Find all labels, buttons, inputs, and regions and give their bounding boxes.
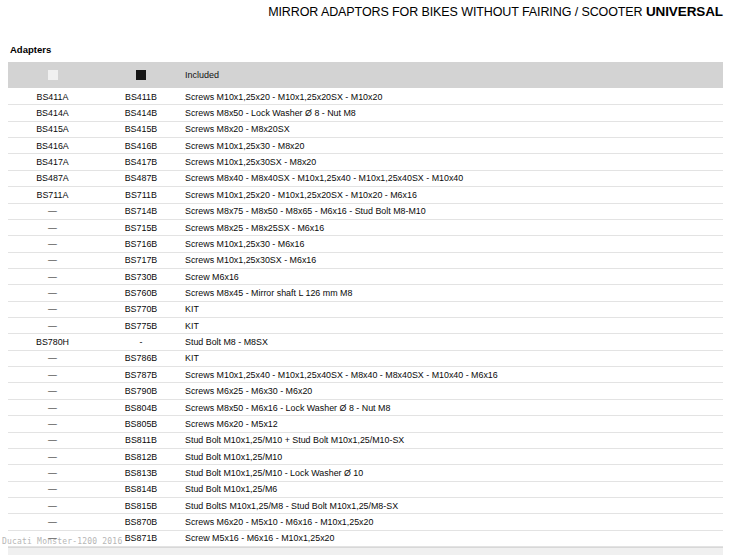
table-row: —BS714BScrews M8x75 - M8x50 - M8x65 - M6…: [8, 204, 723, 220]
table-row: BS417ABS417BScrews M10x1,25x30SX - M8x20: [8, 154, 723, 170]
included-parts: Screws M8x50 - M6x16 - Lock Washer Ø 8 -…: [185, 403, 723, 413]
included-parts: Screws M10x1,25x20 - M10x1,25x20SX - M10…: [185, 92, 723, 102]
adapter-code-b: BS760B: [97, 288, 185, 298]
included-parts: Screws M10x1,25x30 - M6x16: [185, 239, 723, 249]
included-parts: Stud Bolt M10x1,25/M10: [185, 452, 723, 462]
included-parts: Screws M6x20 - M5x12: [185, 419, 723, 429]
adapter-code-a: —: [8, 517, 97, 527]
included-parts: Screws M8x75 - M8x50 - M8x65 - M6x16 - S…: [185, 206, 723, 216]
included-parts: Screws M6x20 - M5x10 - M6x16 - M10x1,25x…: [185, 517, 723, 527]
adapter-code-b: BS775B: [97, 321, 185, 331]
table-row: —BS790BScrews M6x25 - M6x30 - M6x20: [8, 383, 723, 399]
included-parts: KIT: [185, 304, 723, 314]
adapter-code-a: BS416A: [8, 141, 97, 151]
page-title: MIRROR ADAPTORS FOR BIKES WITHOUT FAIRIN…: [268, 4, 723, 19]
table-row: —BS812BStud Bolt M10x1,25/M10: [8, 449, 723, 465]
adapter-code-b: BS711B: [97, 190, 185, 200]
adapter-code-a: —: [8, 501, 97, 511]
adapter-code-b: BS815B: [97, 501, 185, 511]
adapter-code-b: BS790B: [97, 386, 185, 396]
adapter-code-b: BS487B: [97, 173, 185, 183]
table-row: —BS870BScrews M6x20 - M5x10 - M6x16 - M1…: [8, 514, 723, 530]
adapter-code-b: BS811B: [97, 435, 185, 445]
table-row: —BS770BKIT: [8, 302, 723, 318]
table-row: —BS786BKIT: [8, 351, 723, 367]
included-parts: Screws M10x1,25x30SX - M8x20: [185, 157, 723, 167]
adapter-code-b: BS786B: [97, 353, 185, 363]
adapter-code-b: BS812B: [97, 452, 185, 462]
adapter-code-a: —: [8, 468, 97, 478]
included-parts: Screws M8x25 - M8x25SX - M6x16: [185, 223, 723, 233]
table-row: —BS813BStud Bolt M10x1,25/M10 - Lock Was…: [8, 465, 723, 481]
table-row: BS416ABS416BScrews M10x1,25x30 - M8x20: [8, 138, 723, 154]
included-parts: KIT: [185, 321, 723, 331]
adapter-code-a: —: [8, 484, 97, 494]
adapter-table-body: BS411ABS411BScrews M10x1,25x20 - M10x1,2…: [8, 89, 723, 547]
table-row: —BS716BScrews M10x1,25x30 - M6x16: [8, 236, 723, 252]
adapter-code-a: —: [8, 370, 97, 380]
table-row: —BS814BStud Bolt M10x1,25/M6: [8, 482, 723, 498]
white-swatch-icon: [8, 70, 97, 80]
adapter-code-a: —: [8, 386, 97, 396]
included-column-header: Included: [185, 70, 723, 80]
adapter-code-b: BS411B: [97, 92, 185, 102]
included-parts: Stud Bolt M10x1,25/M10 + Stud Bolt M10x1…: [185, 435, 723, 445]
adapter-code-b: BS814B: [97, 484, 185, 494]
adapter-code-b: BS717B: [97, 255, 185, 265]
adapter-code-a: BS411A: [8, 92, 97, 102]
table-row: —BS805BScrews M6x20 - M5x12: [8, 416, 723, 432]
black-swatch-icon: [97, 70, 185, 80]
adapter-code-b: BS787B: [97, 370, 185, 380]
adapter-code-a: —: [8, 435, 97, 445]
adapter-code-b: BS770B: [97, 304, 185, 314]
page-title-emphasis: UNIVERSAL: [646, 4, 723, 19]
adapter-code-a: BS415A: [8, 124, 97, 134]
table-row: —BS730BScrew M6x16: [8, 269, 723, 285]
next-section-bar: [8, 547, 723, 555]
table-row: —BS787BScrews M10x1,25x40 - M10x1,25x40S…: [8, 367, 723, 383]
adapter-code-b: BS813B: [97, 468, 185, 478]
table-row: —BS760BScrews M8x45 - Mirror shaft L 126…: [8, 285, 723, 301]
adapter-table: Included BS411ABS411BScrews M10x1,25x20 …: [8, 62, 723, 547]
table-row: —BS811BStud Bolt M10x1,25/M10 + Stud Bol…: [8, 433, 723, 449]
adapter-code-b: BS714B: [97, 206, 185, 216]
included-parts: Screws M10x1,25x30 - M8x20: [185, 141, 723, 151]
included-parts: Stud Bolt M8 - M8SX: [185, 337, 723, 347]
adapter-code-a: —: [8, 403, 97, 413]
adapter-code-a: —: [8, 452, 97, 462]
adapter-code-a: —: [8, 206, 97, 216]
adapter-code-b: BS415B: [97, 124, 185, 134]
adapter-code-a: —: [8, 255, 97, 265]
table-row: BS415ABS415BScrews M8x20 - M8x20SX: [8, 122, 723, 138]
adapter-code-b: BS414B: [97, 108, 185, 118]
included-parts: Screw M6x16: [185, 272, 723, 282]
table-row: BS711ABS711BScrews M10x1,25x20 - M10x1,2…: [8, 187, 723, 203]
included-parts: Screw M5x16 - M6x16 - M10x1,25x20: [185, 533, 723, 543]
adapter-code-a: —: [8, 419, 97, 429]
adapter-code-a: —: [8, 321, 97, 331]
watermark-text: Ducati Monster-1200 2016: [2, 537, 122, 546]
table-row: —BS715BScrews M8x25 - M8x25SX - M6x16: [8, 220, 723, 236]
included-parts: Screws M10x1,25x30SX - M6x16: [185, 255, 723, 265]
adapter-code-a: —: [8, 272, 97, 282]
section-label-adapters: Adapters: [10, 44, 51, 55]
table-row: —BS775BKIT: [8, 318, 723, 334]
adapter-code-b: BS716B: [97, 239, 185, 249]
included-parts: Screws M8x45 - Mirror shaft L 126 mm M8: [185, 288, 723, 298]
adapter-code-a: —: [8, 223, 97, 233]
included-parts: Stud BoltS M10x1,25/M8 - Stud Bolt M10x1…: [185, 501, 723, 511]
included-parts: Screws M10x1,25x20 - M10x1,25x20SX - M10…: [185, 190, 723, 200]
adapter-code-b: -: [97, 337, 185, 347]
adapter-code-b: BS804B: [97, 403, 185, 413]
included-parts: KIT: [185, 353, 723, 363]
adapter-code-a: BS487A: [8, 173, 97, 183]
adapter-code-a: BS417A: [8, 157, 97, 167]
adapter-code-a: —: [8, 239, 97, 249]
table-row: BS487ABS487BScrews M8x40 - M8x40SX - M10…: [8, 171, 723, 187]
adapter-code-a: BS780H: [8, 337, 97, 347]
table-row: BS780H-Stud Bolt M8 - M8SX: [8, 334, 723, 350]
included-parts: Screws M8x50 - Lock Washer Ø 8 - Nut M8: [185, 108, 723, 118]
adapter-code-b: BS805B: [97, 419, 185, 429]
adapter-code-b: BS715B: [97, 223, 185, 233]
included-parts: Screws M6x25 - M6x30 - M6x20: [185, 386, 723, 396]
